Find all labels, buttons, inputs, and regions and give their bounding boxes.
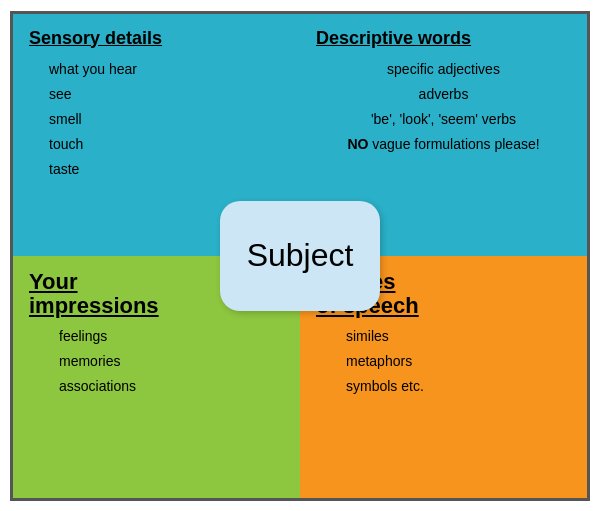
sensory-item-5: taste <box>29 159 284 180</box>
figures-item-2: metaphors <box>316 351 571 372</box>
descriptive-item-4: NO vague formulations please! <box>316 134 571 155</box>
sensory-item-4: touch <box>29 134 284 155</box>
descriptive-item-1: specific adjectives <box>316 59 571 80</box>
main-container: Sensory details what you hear see smell … <box>10 11 590 501</box>
descriptive-item-3: 'be', 'look', 'seem' verbs <box>316 109 571 130</box>
sensory-item-2: see <box>29 84 284 105</box>
descriptive-item-2: adverbs <box>316 84 571 105</box>
impressions-item-3: associations <box>29 376 284 397</box>
subject-center-box: Subject <box>220 201 380 311</box>
figures-item-3: symbols etc. <box>316 376 571 397</box>
subject-label: Subject <box>247 237 354 274</box>
sensory-item-3: smell <box>29 109 284 130</box>
sensory-item-1: what you hear <box>29 59 284 80</box>
figures-item-1: similes <box>316 326 571 347</box>
impressions-item-2: memories <box>29 351 284 372</box>
descriptive-words-title: Descriptive words <box>316 28 571 49</box>
sensory-details-title: Sensory details <box>29 28 284 49</box>
impressions-item-1: feelings <box>29 326 284 347</box>
